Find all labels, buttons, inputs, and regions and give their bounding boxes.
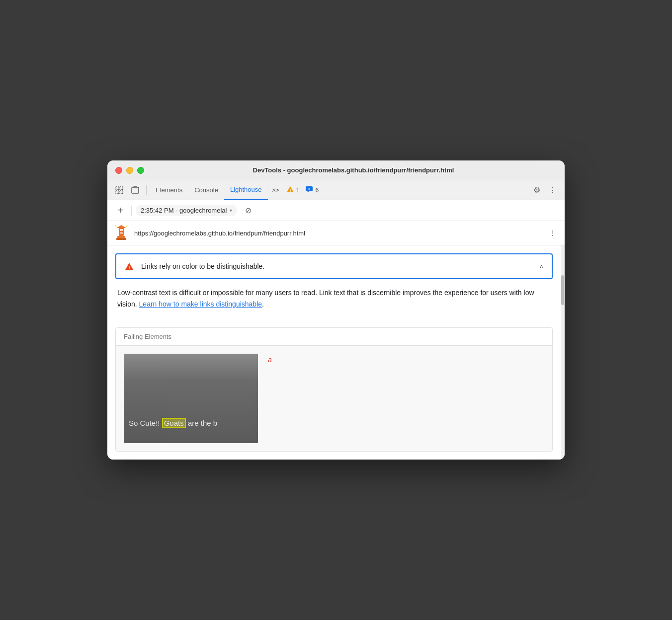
window-title: DevTools - googlechromelabs.github.io/fr… <box>150 166 557 174</box>
failing-elements-body: So Cute!! Goats are the b a <box>116 346 552 451</box>
svg-rect-0 <box>116 187 119 190</box>
tab-elements[interactable]: Elements <box>150 180 188 200</box>
screenshot-text: So Cute!! Goats are the b <box>129 418 217 428</box>
chevron-down-icon: ▾ <box>230 208 232 213</box>
tab-console[interactable]: Console <box>188 180 224 200</box>
svg-line-19 <box>126 226 127 227</box>
svg-text:!: ! <box>289 188 291 193</box>
element-column: a <box>268 354 272 364</box>
screenshot-highlight: Goats <box>162 418 186 428</box>
selector-icon-button[interactable] <box>111 182 127 198</box>
collapse-icon[interactable]: ∧ <box>539 263 544 270</box>
audit-item: ! Links rely on color to be distinguisha… <box>115 253 553 279</box>
minimize-button[interactable] <box>126 167 133 174</box>
failing-element-screenshot: So Cute!! Goats are the b <box>124 354 258 443</box>
audit-header[interactable]: ! Links rely on color to be distinguisha… <box>116 254 552 278</box>
tab-lighthouse[interactable]: Lighthouse <box>224 180 268 200</box>
close-button[interactable] <box>115 167 122 174</box>
title-bar: DevTools - googlechromelabs.github.io/fr… <box>107 160 565 180</box>
svg-line-18 <box>115 226 116 227</box>
lighthouse-logo-icon <box>113 225 129 241</box>
warning-badge[interactable]: ! 1 <box>283 185 303 195</box>
svg-marker-12 <box>116 225 126 228</box>
more-options-button[interactable]: ⋮ <box>545 182 561 198</box>
toolbar-divider <box>131 206 132 216</box>
maximize-button[interactable] <box>137 167 144 174</box>
failing-elements-header: Failing Elements <box>116 328 552 346</box>
audit-description: Low-contrast text is difficult or imposs… <box>117 287 551 310</box>
content-area: ! Links rely on color to be distinguisha… <box>107 245 561 460</box>
svg-rect-11 <box>119 227 124 236</box>
svg-text:≡: ≡ <box>308 187 310 191</box>
svg-rect-4 <box>132 187 139 193</box>
svg-marker-9 <box>307 191 309 192</box>
traffic-lights <box>115 167 144 174</box>
clear-button[interactable]: ⊘ <box>241 204 255 218</box>
element-tag: a <box>268 356 272 364</box>
svg-rect-16 <box>116 238 126 240</box>
audit-url: https://googlechromelabs.github.io/frien… <box>134 230 542 237</box>
svg-rect-14 <box>120 232 123 234</box>
scrollbar-thumb[interactable] <box>561 275 564 305</box>
audit-learn-more-link[interactable]: Learn how to make links distinguishable <box>139 300 262 308</box>
devtools-tabs: Elements Console Lighthouse >> ! 1 <box>107 180 565 200</box>
svg-rect-15 <box>117 236 125 238</box>
add-button[interactable]: + <box>113 204 127 218</box>
secondary-toolbar: + 2:35:42 PM - googlechromelal ▾ ⊘ <box>107 200 565 221</box>
svg-rect-2 <box>116 191 119 194</box>
tab-more-button[interactable]: >> <box>268 180 283 200</box>
svg-text:!: ! <box>129 265 130 270</box>
devtools-window: DevTools - googlechromelabs.github.io/fr… <box>107 160 565 460</box>
screenshot-overlay <box>124 354 258 443</box>
device-toggle-button[interactable] <box>127 182 143 198</box>
tab-divider-1 <box>146 185 147 195</box>
audit-warning-icon: ! <box>124 261 134 271</box>
url-filter-pill[interactable]: 2:35:42 PM - googlechromelal ▾ <box>136 205 237 216</box>
settings-gear-button[interactable]: ⚙ <box>529 182 545 198</box>
message-badge[interactable]: ≡ 6 <box>302 185 322 195</box>
scrollbar[interactable] <box>561 245 565 460</box>
svg-rect-1 <box>120 187 123 190</box>
warning-triangle-icon: ! <box>286 186 294 194</box>
failing-elements-section: Failing Elements So Cute!! Goats are the… <box>115 327 553 452</box>
audit-title: Links rely on color to be distinguishabl… <box>141 262 532 270</box>
url-options-button[interactable]: ⋮ <box>547 227 559 239</box>
svg-rect-3 <box>120 191 123 194</box>
url-bar-row: https://googlechromelabs.github.io/frien… <box>107 221 565 245</box>
svg-rect-13 <box>120 229 123 231</box>
audit-body: Low-contrast text is difficult or imposs… <box>107 279 561 319</box>
message-bubble-icon: ≡ <box>305 186 313 194</box>
main-content: ! Links rely on color to be distinguisha… <box>107 245 565 460</box>
